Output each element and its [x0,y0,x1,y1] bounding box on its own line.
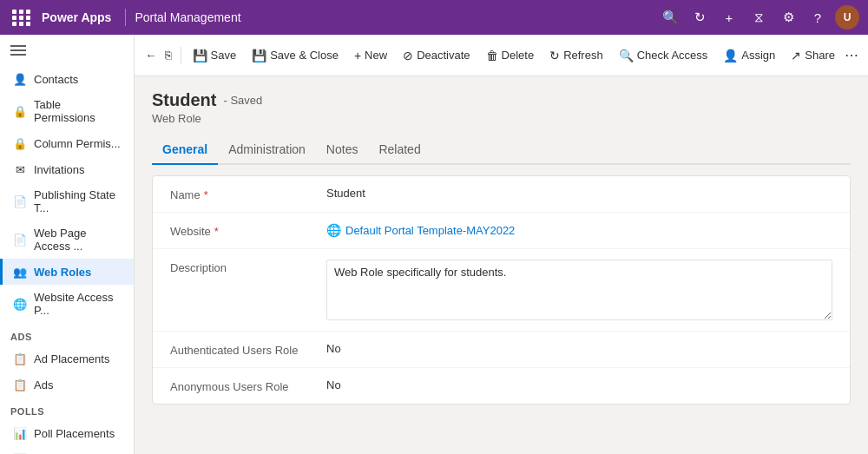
waffle-menu[interactable] [9,4,35,30]
sidebar-item-column-permissions-label: Column Permis... [34,137,121,150]
deactivate-button[interactable]: ⊘ Deactivate [396,44,477,67]
website-value[interactable]: 🌐 Default Portal Template-MAY2022 [326,223,832,237]
filter-icon-button[interactable]: ⧖ [746,5,771,30]
contacts-icon: 👤 [13,72,27,86]
record-header: Student - Saved Web Role [152,90,851,125]
settings-button[interactable]: ⚙ [776,5,800,30]
share-icon: ↗ [791,49,801,63]
svg-rect-0 [10,45,26,47]
sidebar-item-ads-label: Ads [34,378,53,391]
delete-icon: 🗑 [486,49,498,63]
ad-placements-icon: 📋 [13,352,27,365]
sidebar-item-web-page-access-label: Web Page Access ... [34,227,123,253]
sidebar-item-ad-placements-label: Ad Placements [34,352,109,365]
sidebar-item-ad-placements[interactable]: 📋 Ad Placements [0,345,134,372]
sidebar-item-poll-placements-label: Poll Placements [34,427,115,440]
description-textarea[interactable]: Web Role specifically for students. [326,260,832,320]
saved-badge: - Saved [223,94,262,107]
back-button[interactable]: ← [143,43,159,68]
content-area: ← ⎘ 💾 Save 💾 Save & Close + New ⊘ Deacti… [135,35,868,454]
delete-label: Delete [502,49,535,62]
sidebar-item-publishing-state[interactable]: 📄 Publishing State T... [0,182,134,220]
poll-placements-icon: 📊 [13,426,27,440]
new-label: New [365,49,387,62]
table-permissions-icon: 🔒 [13,104,27,118]
save-button[interactable]: 💾 Save [186,44,244,67]
column-permissions-icon: 🔒 [13,136,27,150]
tab-general[interactable]: General [152,135,218,165]
sidebar: 👤 Contacts 🔒 Table Permissions 🔒 Column … [0,35,135,454]
new-icon: + [354,49,361,63]
share-button[interactable]: ↗ Share [784,44,842,67]
refresh-icon-button[interactable]: ↻ [687,5,712,30]
avatar[interactable]: U [835,5,859,30]
save-close-button[interactable]: 💾 Save & Close [245,44,345,67]
name-required: * [204,188,208,201]
auth-users-value[interactable]: No [326,342,832,355]
sidebar-item-table-permissions[interactable]: 🔒 Table Permissions [0,92,134,130]
nav-divider [125,9,126,26]
sidebar-item-web-roles[interactable]: 👥 Web Roles [0,259,134,285]
form-row-description: Description Web Role specifically for st… [153,249,850,332]
sidebar-item-website-access-label: Website Access P... [34,291,123,317]
waffle-icon [12,10,31,26]
portal-title: Portal Management [135,10,658,24]
save-label: Save [211,49,237,62]
check-access-label: Check Access [637,49,708,62]
record-title: Student - Saved [152,90,851,110]
sidebar-item-invitations-label: Invitations [34,163,85,176]
form-tabs: General Administration Notes Related [152,135,851,165]
add-icon-button[interactable]: + [717,5,741,30]
delete-button[interactable]: 🗑 Delete [479,44,542,67]
website-access-icon: 🌐 [13,297,27,311]
deactivate-label: Deactivate [417,49,470,62]
sidebar-item-poll-placements[interactable]: 📊 Poll Placements [0,420,134,446]
save-close-icon: 💾 [252,49,266,63]
sidebar-item-polls[interactable]: 📊 Polls [0,446,134,454]
sidebar-item-ads[interactable]: 📋 Ads [0,372,134,398]
svg-rect-1 [10,49,26,51]
form-row-name: Name * Student [153,176,850,213]
toolbar: ← ⎘ 💾 Save 💾 Save & Close + New ⊘ Deacti… [135,35,868,76]
forward-button[interactable]: ⎘ [161,43,176,68]
assign-label: Assign [741,49,775,62]
search-button[interactable]: 🔍 [658,5,682,30]
top-nav-icons: 🔍 ↻ + ⧖ ⚙ ? U [658,5,859,30]
website-required: * [214,225,219,238]
deactivate-icon: ⊘ [403,49,413,63]
save-icon: 💾 [193,49,207,63]
assign-icon: 👤 [723,49,738,63]
sidebar-item-publishing-state-label: Publishing State T... [34,188,123,214]
refresh-button[interactable]: ↻ Refresh [542,44,610,67]
sidebar-item-contacts[interactable]: 👤 Contacts [0,66,134,92]
sidebar-item-column-permissions[interactable]: 🔒 Column Permis... [0,130,134,156]
web-roles-icon: 👥 [13,265,27,279]
auth-users-label: Authenticated Users Role [170,342,326,357]
share-label: Share [805,49,835,62]
website-label: Website * [170,223,326,238]
more-options-button[interactable]: ⋯ [844,43,859,68]
tab-administration[interactable]: Administration [218,135,316,165]
sidebar-item-contacts-label: Contacts [34,73,78,86]
refresh-label: Refresh [563,49,603,62]
anon-users-value[interactable]: No [326,378,832,391]
tab-notes[interactable]: Notes [316,135,369,165]
assign-button[interactable]: 👤 Assign [716,44,782,67]
name-value[interactable]: Student [326,187,832,200]
publishing-state-icon: 📄 [13,194,27,208]
sidebar-item-web-page-access[interactable]: 📄 Web Page Access ... [0,220,134,259]
check-access-button[interactable]: 🔍 Check Access [612,44,715,67]
check-access-icon: 🔍 [619,49,634,63]
help-button[interactable]: ? [806,5,830,30]
record-name: Student [152,90,216,110]
app-name: Power Apps [42,10,111,24]
sidebar-item-table-permissions-label: Table Permissions [34,98,123,124]
sidebar-item-website-access[interactable]: 🌐 Website Access P... [0,285,134,323]
anon-users-label: Anonymous Users Role [170,378,326,393]
new-button[interactable]: + New [347,44,394,67]
sidebar-toggle[interactable] [0,35,134,66]
invitations-icon: ✉ [13,162,27,176]
record-subtitle: Web Role [152,112,851,125]
sidebar-item-invitations[interactable]: ✉ Invitations [0,156,134,182]
tab-related[interactable]: Related [368,135,431,165]
